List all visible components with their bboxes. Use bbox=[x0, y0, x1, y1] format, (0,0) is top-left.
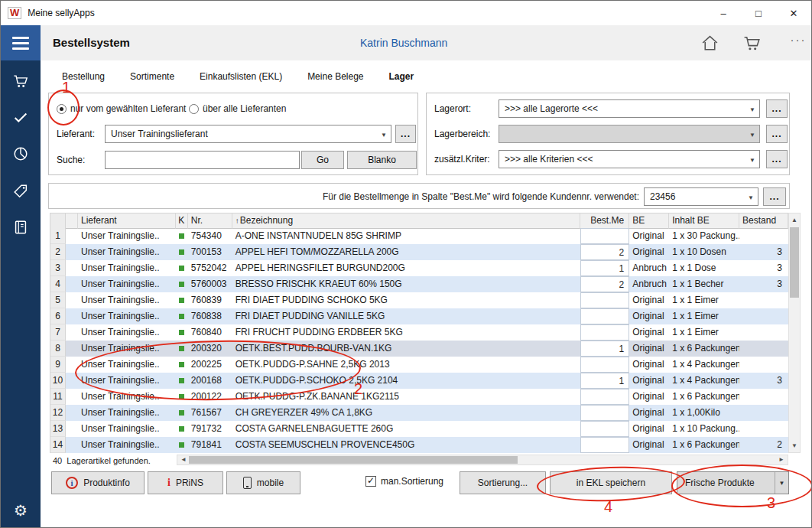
col-lieferant[interactable]: Lieferant bbox=[78, 213, 176, 229]
lagerort-value: >>> alle Lagerorte <<< bbox=[505, 103, 598, 114]
bestme-input[interactable]: 2 bbox=[580, 276, 629, 292]
table-row[interactable]: 10Unser Trainingslie..200168OETK.PUDDG-P… bbox=[50, 373, 788, 389]
tab-bestellung[interactable]: Bestellung bbox=[62, 71, 105, 82]
checkmark-icon[interactable] bbox=[11, 108, 30, 126]
bestme-input[interactable]: 1 bbox=[580, 260, 629, 276]
bestme-input[interactable]: 1 bbox=[580, 341, 629, 357]
blanko-button[interactable]: Blanko bbox=[347, 151, 417, 169]
table-row[interactable]: 4Unser Trainingslie..5760003BRESSO FRISC… bbox=[50, 276, 788, 292]
table-row[interactable]: 8Unser Trainingslie..200320OETK.BEST.PUD… bbox=[50, 341, 788, 357]
tab-sortimente[interactable]: Sortimente bbox=[130, 71, 174, 82]
bestme-input[interactable] bbox=[580, 324, 629, 341]
scroll-left-icon[interactable]: ◄ bbox=[178, 455, 189, 464]
tab-einkaufslisten[interactable]: Einkaufslisten (EKL) bbox=[200, 71, 282, 82]
cell-be: Original bbox=[629, 421, 669, 437]
radio-selected-supplier[interactable]: nur vom gewählten Lieferant bbox=[57, 103, 186, 114]
cell-bestme bbox=[580, 308, 629, 324]
prins-button[interactable]: i PRiNS bbox=[148, 471, 223, 494]
header-cart-icon[interactable] bbox=[741, 33, 762, 53]
man-sortierung-checkbox[interactable]: man.Sortierung bbox=[365, 476, 443, 487]
home-icon[interactable] bbox=[699, 33, 720, 53]
cell-nr: 700153 bbox=[188, 244, 232, 260]
bestme-input[interactable] bbox=[580, 405, 629, 421]
table-row[interactable]: 14Unser Trainingslie..791841COSTA SEEMUS… bbox=[50, 437, 788, 453]
horizontal-scroll-thumb[interactable] bbox=[189, 456, 518, 464]
bestme-input[interactable] bbox=[580, 389, 629, 405]
bestme-input[interactable]: 2 bbox=[580, 244, 629, 260]
table-row[interactable]: 13Unser Trainingslie..791732COSTA GARNEL… bbox=[50, 421, 788, 437]
col-k[interactable]: K bbox=[176, 213, 188, 229]
price-tag-icon[interactable] bbox=[11, 182, 30, 200]
col-be[interactable]: BE bbox=[629, 213, 669, 229]
table-row[interactable]: 2Unser Trainingslie..700153APPEL HEFI TO… bbox=[50, 244, 788, 260]
stock-indicator-icon bbox=[179, 394, 184, 399]
tab-lager[interactable]: Lager bbox=[389, 71, 414, 82]
lagerort-more-button[interactable]: ... bbox=[766, 99, 788, 118]
table-row[interactable]: 1Unser Trainingslie..754340A-ONE INSTANT… bbox=[50, 228, 788, 244]
col-bestme[interactable]: Best.Me bbox=[580, 213, 629, 229]
cell-nr: 791841 bbox=[188, 437, 232, 453]
chevron-down-icon: ▼ bbox=[775, 472, 788, 494]
tab-meine-belege[interactable]: Meine Belege bbox=[307, 71, 363, 82]
lagerbereich-more-button[interactable]: ... bbox=[766, 125, 788, 143]
vertical-scrollbar[interactable]: ▲ ▼ bbox=[788, 213, 801, 453]
bestme-input[interactable] bbox=[580, 228, 629, 244]
table-row[interactable]: 9Unser Trainingslie..200225OETK.PUDDG-P.… bbox=[50, 357, 788, 373]
lagerort-select[interactable]: >>> alle Lagerorte <<< ▼ bbox=[499, 99, 760, 118]
col-bezeichnung[interactable]: ↑Bezeichnung bbox=[232, 213, 581, 229]
table-row[interactable]: 6Unser Trainingslie..760838FRI DIAET PUD… bbox=[50, 308, 788, 324]
row-number: 8 bbox=[50, 341, 66, 357]
mobile-button[interactable]: mobile bbox=[226, 471, 300, 494]
scroll-right-icon[interactable]: ► bbox=[776, 455, 787, 464]
bestme-input[interactable] bbox=[580, 308, 629, 324]
scroll-up-icon[interactable]: ▲ bbox=[789, 214, 800, 226]
table-row[interactable]: 3Unser Trainingslie..5752042APPEL HERING… bbox=[50, 260, 788, 276]
in-ekl-speichern-button[interactable]: in EKL speichern bbox=[550, 471, 672, 494]
pie-chart-icon[interactable] bbox=[11, 145, 30, 163]
search-input[interactable] bbox=[105, 151, 300, 169]
minimize-button[interactable]: – bbox=[706, 1, 741, 25]
kundennr-select[interactable]: 23456 ▼ bbox=[644, 187, 758, 206]
cell-lieferant: Unser Trainingslie.. bbox=[78, 308, 176, 324]
settings-gear-icon[interactable]: ⚙ bbox=[1, 501, 41, 520]
row-icon-cell bbox=[66, 357, 78, 373]
bestme-input[interactable]: 1 bbox=[580, 373, 629, 389]
scroll-down-icon[interactable]: ▼ bbox=[789, 440, 800, 451]
col-inhalt-be[interactable]: Inhalt BE bbox=[669, 213, 739, 229]
row-icon-cell bbox=[66, 341, 78, 357]
kriterien-more-button[interactable]: ... bbox=[766, 150, 788, 168]
bestme-input[interactable] bbox=[580, 437, 629, 453]
vertical-scroll-thumb[interactable] bbox=[790, 227, 799, 298]
row-number: 4 bbox=[50, 276, 66, 292]
table-row[interactable]: 12Unser Trainingslie..761567CH GREYERZER… bbox=[50, 405, 788, 421]
frische-produkte-dropdown[interactable]: Frische Produkte ▼ bbox=[677, 471, 789, 494]
radio-all-suppliers[interactable]: über alle Lieferanten bbox=[189, 103, 286, 114]
kundennr-more-button[interactable]: ... bbox=[763, 187, 786, 206]
catalog-icon[interactable] bbox=[11, 218, 30, 236]
col-bestand[interactable]: Bestand bbox=[739, 213, 788, 229]
cart-icon[interactable] bbox=[11, 72, 30, 90]
kriterien-select[interactable]: >>> alle Kriterien <<< ▼ bbox=[499, 150, 760, 168]
close-button[interactable]: ✕ bbox=[776, 1, 811, 25]
bestme-input[interactable] bbox=[580, 357, 629, 373]
horizontal-scrollbar[interactable]: ◄ ► bbox=[177, 455, 788, 465]
maximize-button[interactable]: □ bbox=[741, 1, 776, 25]
produktinfo-button[interactable]: i Produktinfo bbox=[51, 471, 145, 494]
cell-inhalt: 1 x 6 Packungen bbox=[669, 389, 739, 405]
cell-nr: 760839 bbox=[188, 292, 232, 308]
table-row[interactable]: 11Unser Trainingslie..200122OETK.PUDDG-P… bbox=[50, 389, 788, 405]
sortierung-button[interactable]: Sortierung... bbox=[460, 471, 546, 494]
stock-indicator-icon bbox=[179, 314, 184, 319]
more-menu[interactable]: ··· bbox=[786, 33, 810, 46]
row-number: 14 bbox=[50, 437, 66, 453]
table-row[interactable]: 5Unser Trainingslie..760839FRI DIAET PUD… bbox=[50, 292, 788, 308]
table-row[interactable]: 7Unser Trainingslie..760840FRI FRUCHT PU… bbox=[50, 324, 788, 341]
lieferant-select[interactable]: Unser Trainingslieferant ▼ bbox=[105, 125, 391, 143]
bestme-input[interactable] bbox=[580, 421, 629, 437]
menu-icon[interactable] bbox=[1, 25, 41, 60]
lieferant-more-button[interactable]: ... bbox=[395, 125, 416, 143]
cell-bestand bbox=[739, 292, 788, 308]
bestme-input[interactable] bbox=[580, 292, 629, 308]
go-button[interactable]: Go bbox=[301, 151, 344, 169]
col-nr[interactable]: Nr. bbox=[188, 213, 232, 229]
